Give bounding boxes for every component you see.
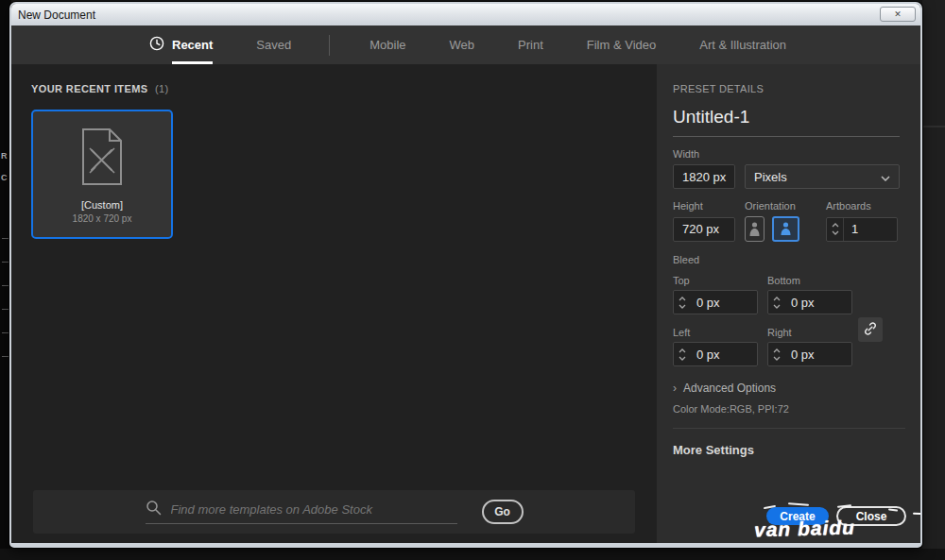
orientation-label: Orientation [745,200,826,212]
tab-web[interactable]: Web [450,25,475,64]
bleed-bottom-input[interactable]: 0 px [767,290,852,314]
tab-mobile[interactable]: Mobile [369,25,405,64]
tab-film-video[interactable]: Film & Video [587,25,656,64]
units-dropdown[interactable]: Pixels [745,164,900,189]
close-button[interactable]: Close [836,506,906,526]
advanced-options-label: Advanced Options [683,382,776,395]
tab-art-illustration[interactable]: Art & Illustration [699,25,786,64]
artboards-input[interactable]: 1 [843,218,897,241]
dialog-action-buttons: Create Close [766,506,906,526]
bleed-link-button[interactable] [858,317,883,342]
panel-divider [673,428,905,429]
tab-saved[interactable]: Saved [256,25,291,64]
height-label: Height [673,200,745,212]
close-icon: ✕ [894,9,902,19]
bleed-bottom-value: 0 px [784,296,815,310]
stock-search-box[interactable] [146,500,457,524]
bleed-left-value: 0 px [690,348,720,362]
background-letter: C [1,173,8,182]
artboards-control: 1 [826,217,898,242]
dialog-title: New Document [18,8,95,22]
ruler-tick [2,238,9,239]
ruler-tick [2,332,9,333]
width-input[interactable]: 1820 px [673,164,735,189]
preset-details-heading: PRESET DETAILS [673,83,900,94]
document-name-field[interactable]: Untitled-1 [673,107,900,137]
height-value: 720 px [682,222,719,236]
bleed-left-label: Left [673,327,758,338]
background-app-edge [0,549,945,560]
chain-link-icon [862,320,879,339]
tab-label: Film & Video [587,38,656,52]
tab-print[interactable]: Print [518,25,543,64]
create-button[interactable]: Create [766,507,829,525]
ruler-tick [2,285,9,286]
bleed-left-input[interactable]: 0 px [673,342,758,366]
bleed-right-input[interactable]: 0 px [767,342,852,366]
bleed-top-stepper[interactable] [674,297,690,309]
color-mode-summary: Color Mode:RGB, PPI:72 [673,403,900,415]
more-settings-link[interactable]: More Settings [673,443,900,457]
stock-search-input[interactable] [171,502,436,517]
landscape-icon [780,220,792,238]
artboards-stepper[interactable] [827,223,843,235]
preset-details-panel: PRESET DETAILS Untitled-1 Width 1820 px … [657,64,920,545]
width-value: 1820 px [682,170,726,184]
orientation-landscape-button[interactable] [772,216,799,242]
background-app-edge [922,0,945,560]
height-input[interactable]: 720 px [673,217,735,242]
dialog-titlebar[interactable]: New Document ✕ [11,4,920,25]
width-label: Width [673,148,900,160]
artboards-label: Artboards [826,200,900,212]
bleed-top-value: 0 px [690,296,720,310]
ruler-tick [2,309,9,310]
chevron-down-icon [881,170,890,184]
bleed-bottom-label: Bottom [767,275,852,286]
units-value: Pixels [754,170,787,184]
window-close-button[interactable]: ✕ [880,7,916,22]
portrait-icon [748,219,761,239]
bleed-label: Bleed [673,254,900,265]
go-button[interactable]: Go [482,500,524,524]
tab-separator [329,35,330,56]
recent-template-card[interactable]: [Custom] 1820 x 720 px [31,110,173,239]
recent-items-area: YOUR RECENT ITEMS (1) [Custom] 1820 x 72… [11,64,657,545]
tab-label: Recent [172,38,213,52]
new-document-dialog: New Document ✕ Recent Saved Mobile Web P… [9,2,922,548]
recent-items-count: (1) [155,83,169,94]
bleed-right-label: Right [767,327,852,338]
bleed-right-value: 0 px [784,348,815,362]
bleed-top-input[interactable]: 0 px [673,290,758,314]
template-dimensions: 1820 x 720 px [73,213,132,224]
custom-document-icon [77,127,127,190]
tab-label: Mobile [369,38,405,52]
clock-icon [149,36,164,54]
tab-recent[interactable]: Recent [149,25,213,64]
watermark-strike [913,513,920,518]
recent-items-heading: YOUR RECENT ITEMS (1) [31,83,657,94]
recent-items-heading-text: YOUR RECENT ITEMS [31,83,148,94]
search-icon [146,500,162,519]
category-tabbar: Recent Saved Mobile Web Print Film & Vid… [11,25,920,64]
ruler-tick [2,262,9,263]
tab-label: Web [450,38,475,52]
tab-label: Art & Illustration [699,38,786,52]
bleed-bottom-stepper[interactable] [768,297,784,309]
bleed-right-stepper[interactable] [768,348,784,361]
bleed-top-label: Top [673,275,758,286]
orientation-portrait-button[interactable] [745,216,765,242]
chevron-right-icon: › [673,382,677,395]
template-name: [Custom] [81,199,123,211]
ruler-tick [2,356,9,357]
adobe-stock-searchbar: Go [33,490,635,534]
tab-label: Print [518,38,543,52]
advanced-options-toggle[interactable]: › Advanced Options [673,382,900,395]
background-seam [922,126,945,127]
bleed-left-stepper[interactable] [674,348,690,361]
tab-label: Saved [256,38,291,52]
background-letter: R [1,151,8,161]
